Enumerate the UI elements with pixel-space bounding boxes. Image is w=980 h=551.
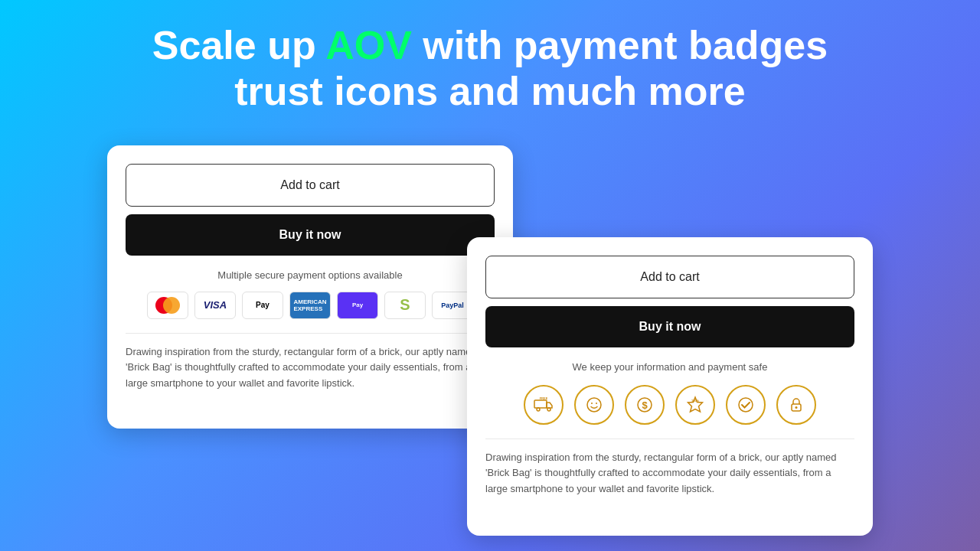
lock-icon (786, 394, 807, 416)
card-trust-badges: Add to cart Buy it now We keep your info… (467, 237, 873, 536)
description-2: Drawing inspiration from the sturdy, rec… (485, 450, 854, 497)
description-1: Drawing inspiration from the sturdy, rec… (126, 344, 495, 392)
headline: Scale up AOV with payment badges trust i… (152, 23, 828, 115)
apple-pay-icon: Pay (242, 292, 283, 319)
headline-line1-prefix: Scale up (152, 23, 325, 67)
buy-now-button-1[interactable]: Buy it now (126, 214, 495, 256)
secure-text-2: We keep your information and payment saf… (485, 361, 854, 373)
svg-point-2 (547, 408, 550, 411)
add-to-cart-button-1[interactable]: Add to cart (126, 164, 495, 207)
headline-line2: trust icons and much more (234, 69, 745, 113)
svg-point-6 (596, 403, 597, 404)
svg-text:100%: 100% (691, 399, 700, 403)
mastercard-icon (147, 292, 188, 319)
star-icon: 100% (684, 394, 706, 416)
check-icon (735, 394, 756, 416)
amex-icon: AMERICANEXPRESS (289, 292, 331, 319)
headline-line1-suffix: with payment badges (412, 23, 828, 67)
trust-badges-row: FREE (485, 383, 854, 426)
shopify-pay-icon: Pay (337, 292, 378, 319)
secure-text-1: Multiple secure payment options availabl… (126, 269, 495, 281)
cards-container: Add to cart Buy it now Multiple secure p… (31, 138, 949, 536)
divider-1 (126, 333, 495, 334)
secure-badge (775, 383, 818, 426)
headline-aov: AOV (325, 23, 412, 67)
premium-quality-badge: 100% (674, 383, 717, 426)
svg-point-13 (795, 406, 798, 409)
svg-rect-0 (534, 400, 547, 408)
card-payment-badges: Add to cart Buy it now Multiple secure p… (107, 145, 513, 429)
verified-badge (724, 383, 767, 426)
shopify-icon: S (384, 292, 426, 319)
free-shipping-badge: FREE (522, 383, 565, 426)
svg-point-1 (537, 408, 540, 411)
svg-text:FREE: FREE (540, 396, 548, 400)
smile-icon (583, 394, 605, 416)
svg-point-4 (587, 398, 601, 412)
add-to-cart-button-2[interactable]: Add to cart (485, 256, 854, 298)
svg-text:$: $ (642, 399, 648, 411)
svg-point-11 (739, 398, 753, 412)
divider-2 (485, 439, 854, 439)
payment-icons-row: VISA Pay AMERICANEXPRESS Pay S PayPal (126, 292, 495, 319)
truck-icon: FREE (533, 394, 554, 416)
svg-point-5 (591, 403, 593, 404)
buy-now-button-2[interactable]: Buy it now (485, 306, 854, 347)
money-back-badge: $ (623, 383, 666, 426)
dollar-icon: $ (634, 394, 655, 416)
satisfaction-badge (573, 383, 616, 426)
visa-icon: VISA (194, 292, 236, 319)
